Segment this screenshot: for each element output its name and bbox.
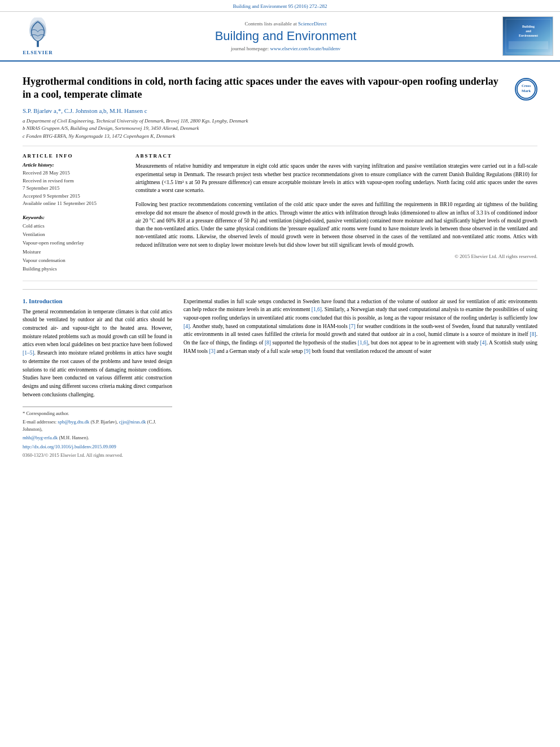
introduction-section: 1. Introduction The general recommendati… [23, 298, 537, 459]
keywords-block: Keywords: Cold attics Ventilation Vapour… [23, 215, 124, 274]
introduction-heading: 1. Introduction [23, 298, 172, 304]
introduction-body-right: Experimental studies in full scale setup… [183, 298, 537, 356]
journal-reference-bar: Building and Environment 95 (2016) 272–2… [0, 0, 560, 12]
journal-homepage-line: journal homepage: www.elsevier.com/locat… [69, 46, 502, 51]
email-cjjo[interactable]: cjjo@niras.dk [119, 419, 146, 425]
elsevier-logo-section: ELSEVIER [7, 18, 69, 55]
received-revised-label: Received in revised form [23, 177, 124, 185]
section-divider [23, 289, 537, 290]
elsevier-logo: ELSEVIER [21, 18, 55, 55]
cover-thumbnail: Building and Environment [503, 16, 553, 56]
abstract-paragraph-2: Following best practice recommendations … [135, 200, 537, 249]
ref-link-1-5[interactable]: [1–5] [23, 350, 34, 356]
email-spb[interactable]: spb@byg.dtu.dk [58, 419, 89, 425]
article-history-content: Received 28 May 2015 Received in revised… [23, 169, 124, 208]
footnote-area: * Corresponding author. E-mail addresses… [23, 407, 172, 459]
affiliation-b: b NIRAS Gruppen A/S, Building and Design… [23, 125, 199, 131]
issn-line: 0360-1323/© 2015 Elsevier Ltd. All right… [23, 452, 172, 459]
ref-link-3[interactable]: [3] [209, 348, 215, 354]
article-title-block: Hygrothermal conditions in cold, north f… [23, 75, 509, 140]
keywords-content: Cold attics Ventilation Vapour-open roof… [23, 222, 124, 274]
article-body: ARTICLE INFO Article history: Received 2… [23, 146, 537, 281]
received-date: Received 28 May 2015 [23, 169, 124, 177]
accepted-date: Accepted 9 September 2015 [23, 193, 124, 200]
affiliation-c: c Fonden BYG-ERFA, Ny Kongensgade 13, 14… [23, 133, 175, 139]
svg-rect-7 [509, 41, 548, 49]
svg-text:and: and [526, 29, 531, 33]
article-info-column: ARTICLE INFO Article history: Received 2… [23, 153, 124, 273]
svg-text:Cross: Cross [522, 84, 531, 88]
section-title-text: Introduction [29, 298, 63, 304]
journal-header: ELSEVIER Contents lists available at Sci… [0, 12, 560, 62]
ref-link-4b[interactable]: [4] [480, 340, 487, 346]
science-direct-line: Contents lists available at ScienceDirec… [69, 21, 502, 27]
keyword-4: Moisture [23, 248, 124, 256]
email-label: E-mail addresses: [23, 419, 58, 425]
email-mhh[interactable]: mhh@byg-erfa.dk [23, 435, 58, 440]
introduction-left-column: 1. Introduction The general recommendati… [23, 298, 172, 459]
abstract-column: ABSTRACT Measurements of relative humidi… [135, 153, 537, 273]
keyword-6: Building physics [23, 265, 124, 273]
article-history-label: Article history: [23, 162, 124, 168]
svg-text:Building: Building [522, 25, 535, 28]
journal-reference-text: Building and Environment 95 (2016) 272–2… [233, 3, 327, 9]
ref-link-7[interactable]: [7] [349, 324, 355, 329]
svg-rect-0 [37, 41, 39, 47]
article-authors: S.P. Bjarløv a,*, C.J. Johnston a,b, M.H… [23, 107, 509, 114]
keywords-label: Keywords: [23, 215, 124, 220]
abstract-paragraph-1: Measurements of relative humidity and te… [135, 162, 537, 194]
email-mhh-line: mhh@byg-erfa.dk (M.H. Hansen). [23, 434, 172, 442]
revised-date: 7 September 2015 [23, 185, 124, 193]
section-number: 1. [23, 298, 27, 304]
article-title: Hygrothermal conditions in cold, north f… [23, 75, 509, 102]
email-person-spb: (S.P. Bjarløv), [90, 419, 119, 425]
journal-cover-image: Building and Environment [502, 16, 553, 56]
svg-text:Mark: Mark [522, 89, 531, 93]
email-addresses-line: E-mail addresses: spb@byg.dtu.dk (S.P. B… [23, 418, 172, 433]
corresponding-author-label: * Corresponding author. [23, 410, 172, 417]
science-direct-link[interactable]: ScienceDirect [298, 21, 326, 27]
ref-link-8[interactable]: [8] [530, 331, 536, 337]
author-affiliations: a Department of Civil Engineering, Techn… [23, 117, 509, 141]
journal-title: Building and Environment [69, 29, 502, 43]
keyword-1: Cold attics [23, 222, 124, 230]
keyword-3: Vapour-open roofing underlay [23, 239, 124, 247]
keyword-2: Ventilation [23, 230, 124, 239]
ref-link-9[interactable]: [9] [304, 348, 310, 354]
ref-link-4[interactable]: [4] [183, 324, 190, 329]
affiliation-a: a Department of Civil Engineering, Techn… [23, 118, 248, 124]
email-person-mhh: (M.H. Hansen). [59, 435, 89, 440]
introduction-body-left: The general recommendation in temperate … [23, 308, 172, 399]
ref-link-1-6b[interactable]: [1,6] [358, 340, 368, 346]
article-history-block: Article history: Received 28 May 2015 Re… [23, 162, 124, 208]
journal-homepage-link[interactable]: www.elsevier.com/locate/buildenv [270, 46, 340, 51]
ref-link-1-6[interactable]: [1,6] [312, 307, 322, 312]
keyword-5: Vapour condensation [23, 256, 124, 265]
doi-anchor[interactable]: http://dx.doi.org/10.1016/j.buildenv.201… [23, 444, 116, 449]
copyright-notice: © 2015 Elsevier Ltd. All rights reserved… [135, 254, 537, 259]
main-content: Hygrothermal conditions in cold, north f… [0, 62, 560, 465]
abstract-section-title: ABSTRACT [135, 153, 537, 159]
available-date: Available online 11 September 2015 [23, 200, 124, 208]
crossmark-logo: Cross Mark [515, 78, 537, 101]
introduction-right-column: Experimental studies in full scale setup… [183, 298, 537, 459]
doi-link[interactable]: http://dx.doi.org/10.1016/j.buildenv.201… [23, 443, 172, 451]
ref-link-8b[interactable]: [8] [265, 340, 271, 346]
journal-title-section: Contents lists available at ScienceDirec… [69, 21, 502, 51]
article-info-section-title: ARTICLE INFO [23, 153, 124, 159]
elsevier-label: ELSEVIER [23, 50, 53, 55]
svg-text:Environment: Environment [519, 34, 538, 37]
elsevier-tree-icon [21, 18, 55, 49]
article-title-section: Hygrothermal conditions in cold, north f… [23, 67, 537, 146]
